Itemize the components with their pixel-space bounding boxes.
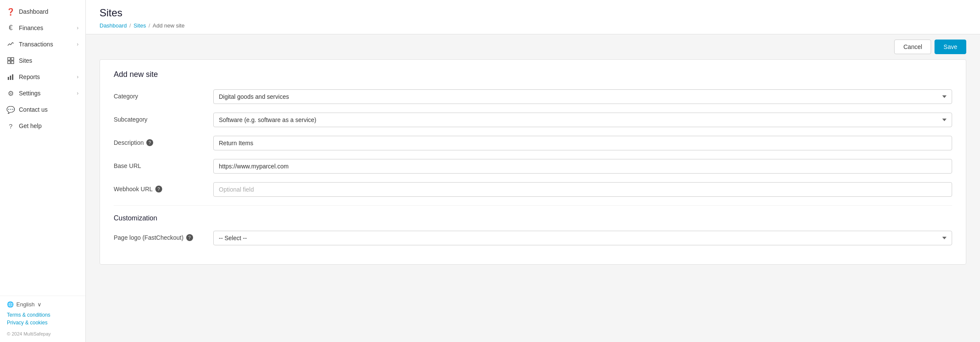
contact-icon: 💬 [7, 106, 15, 113]
main-content: Sites Dashboard / Sites / Add new site C… [86, 0, 980, 342]
sidebar-label-settings: Settings [19, 90, 41, 97]
cancel-button[interactable]: Cancel [894, 40, 931, 54]
svg-rect-0 [8, 58, 10, 60]
breadcrumb-current: Add new site [153, 22, 185, 29]
webhook-url-row: Webhook URL ? [114, 182, 952, 197]
privacy-link[interactable]: Privacy & cookies [7, 320, 79, 326]
svg-rect-4 [8, 77, 9, 80]
footer-links: Terms & conditions Privacy & cookies [7, 312, 79, 326]
sidebar-item-contact[interactable]: 💬 Contact us [0, 101, 85, 118]
breadcrumb-dashboard[interactable]: Dashboard [100, 22, 127, 29]
language-label: English [16, 301, 35, 308]
description-label: Description ? [114, 136, 200, 146]
copyright-text: © 2024 MultiSafepay [7, 331, 51, 336]
sidebar-item-sites[interactable]: Sites [0, 52, 85, 69]
svg-rect-1 [11, 58, 14, 60]
base-url-row: Base URL [114, 159, 952, 174]
form-card-title: Add new site [114, 70, 952, 79]
main-header: Sites Dashboard / Sites / Add new site [86, 0, 980, 34]
page-logo-row: Page logo (FastCheckout) ? -- Select -- [114, 231, 952, 245]
page-title: Sites [100, 7, 966, 19]
svg-rect-2 [8, 61, 10, 64]
sidebar-label-contact: Contact us [19, 106, 48, 113]
breadcrumb-sites[interactable]: Sites [133, 22, 146, 29]
form-divider [114, 205, 952, 206]
globe-icon: 🌐 [7, 301, 14, 308]
sidebar-footer: 🌐 English ∨ Terms & conditions Privacy &… [0, 296, 85, 342]
breadcrumb-sep-1: / [130, 22, 131, 29]
sidebar-item-dashboard[interactable]: ❓ Dashboard [0, 3, 85, 20]
page-logo-help-icon[interactable]: ? [186, 234, 193, 241]
language-selector[interactable]: 🌐 English ∨ [7, 301, 79, 308]
sidebar-label-finances: Finances [19, 24, 43, 31]
webhook-url-label: Webhook URL ? [114, 182, 200, 192]
sidebar-item-reports[interactable]: Reports › [0, 69, 85, 85]
transactions-icon [7, 40, 15, 48]
sites-icon [7, 57, 15, 64]
settings-icon: ⚙ [7, 89, 15, 97]
sidebar-item-finances[interactable]: € Finances › [0, 20, 85, 36]
help-icon: ? [7, 122, 15, 130]
chevron-right-icon: › [77, 90, 79, 96]
chevron-right-icon: › [77, 74, 79, 80]
svg-rect-5 [10, 76, 11, 80]
category-select[interactable]: Digital goods and services Physical good… [213, 89, 952, 104]
sidebar-label-reports: Reports [19, 73, 40, 80]
description-help-icon[interactable]: ? [146, 139, 153, 146]
description-row: Description ? [114, 136, 952, 150]
category-row: Category Digital goods and services Phys… [114, 89, 952, 104]
save-button[interactable]: Save [935, 40, 966, 54]
sidebar-label-sites: Sites [19, 57, 32, 64]
page-logo-select[interactable]: -- Select -- [213, 231, 952, 245]
svg-rect-6 [12, 74, 13, 80]
sidebar: ❓ Dashboard € Finances › Transactions › [0, 0, 86, 342]
category-label: Category [114, 89, 200, 100]
sidebar-item-help[interactable]: ? Get help [0, 118, 85, 134]
breadcrumb: Dashboard / Sites / Add new site [100, 22, 966, 34]
sidebar-label-dashboard: Dashboard [19, 8, 48, 15]
finances-icon: € [7, 24, 15, 32]
chevron-right-icon: › [77, 41, 79, 47]
base-url-input[interactable] [213, 159, 952, 174]
sidebar-label-transactions: Transactions [19, 41, 53, 48]
toolbar: Cancel Save [86, 34, 980, 59]
chevron-right-icon: › [77, 25, 79, 31]
sidebar-item-transactions[interactable]: Transactions › [0, 36, 85, 52]
description-input[interactable] [213, 136, 952, 150]
page-logo-label: Page logo (FastCheckout) ? [114, 231, 200, 241]
subcategory-select[interactable]: Software (e.g. software as a service) Ga… [213, 113, 952, 127]
sidebar-label-help: Get help [19, 122, 42, 129]
customization-title: Customization [114, 214, 952, 222]
breadcrumb-sep-2: / [148, 22, 150, 29]
form-card: Add new site Category Digital goods and … [100, 59, 966, 265]
svg-rect-3 [11, 61, 14, 64]
reports-icon [7, 73, 15, 81]
webhook-help-icon[interactable]: ? [155, 186, 162, 192]
sidebar-nav: ❓ Dashboard € Finances › Transactions › [0, 3, 85, 296]
terms-link[interactable]: Terms & conditions [7, 312, 79, 318]
subcategory-row: Subcategory Software (e.g. software as a… [114, 113, 952, 127]
chevron-down-icon: ∨ [37, 301, 42, 308]
dashboard-icon: ❓ [7, 8, 15, 15]
subcategory-label: Subcategory [114, 113, 200, 123]
webhook-url-input[interactable] [213, 182, 952, 197]
sidebar-item-settings[interactable]: ⚙ Settings › [0, 85, 85, 101]
base-url-label: Base URL [114, 159, 200, 169]
